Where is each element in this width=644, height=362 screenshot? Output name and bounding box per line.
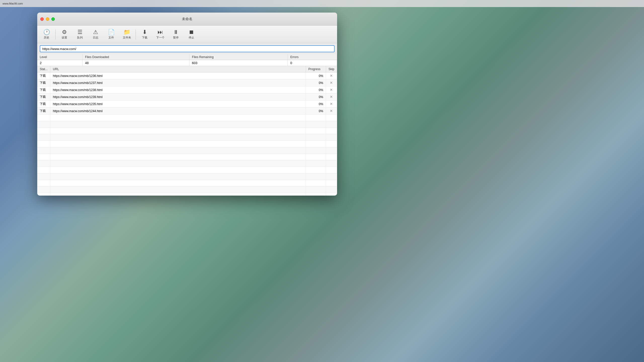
empty-skip — [326, 121, 337, 128]
empty-skip — [326, 134, 337, 141]
row-status: 下载 — [37, 94, 50, 101]
table-row — [37, 187, 337, 193]
history-icon: 🕐 — [43, 29, 50, 35]
stats-col-level: Level — [37, 54, 83, 60]
empty-url — [50, 173, 306, 180]
queue-label: 队列 — [77, 36, 83, 39]
traffic-lights — [40, 17, 55, 21]
queue-button[interactable]: ☰ 队列 — [73, 27, 87, 42]
download-icon: ⬇ — [142, 29, 147, 35]
table-row: 下载 https://www.macw.com/mb/1239.html 0% … — [37, 94, 337, 101]
empty-skip — [326, 173, 337, 180]
empty-url — [50, 167, 306, 173]
empty-status — [37, 167, 50, 173]
stop-button[interactable]: ⏹ 停止 — [184, 27, 199, 42]
settings-icon: ⚙ — [62, 29, 67, 35]
row-status: 下载 — [37, 108, 50, 115]
row-progress: 0% — [306, 72, 326, 79]
row-progress: 0% — [306, 108, 326, 115]
row-status: 下载 — [37, 72, 50, 79]
main-window: 未命名 🕐 历史 ⚙ 设置 ☰ 队列 ⚠ 日志 📄 文件 📁 文件夹 — [37, 13, 337, 196]
row-url: https://www.macw.com/mb/1235.html — [50, 101, 306, 108]
empty-url — [50, 187, 306, 193]
empty-progress — [306, 167, 326, 173]
history-label: 历史 — [44, 36, 49, 39]
skip-button[interactable]: ✕ — [330, 95, 333, 99]
next-label: 下一个 — [156, 36, 165, 39]
empty-progress — [306, 134, 326, 141]
row-status: 下载 — [37, 79, 50, 86]
separator-2 — [136, 29, 136, 39]
stats-col-files-downloaded: Files Downloaded — [83, 54, 189, 60]
menubar-watermark: www.MacW.com — [3, 2, 23, 5]
window-title: 未命名 — [182, 17, 192, 21]
table-row — [37, 121, 337, 128]
skip-button[interactable]: ✕ — [330, 88, 333, 92]
stats-col-files-remaining: Files Remaining — [189, 54, 288, 60]
row-url: https://www.macw.com/mb/1236.html — [50, 72, 306, 79]
next-button[interactable]: ⏭ 下一个 — [153, 27, 168, 42]
table-row — [37, 147, 337, 154]
row-url: https://www.macw.com/mb/1238.html — [50, 86, 306, 94]
folder-icon: 📁 — [124, 29, 130, 35]
empty-skip — [326, 193, 337, 196]
empty-skip — [326, 167, 337, 173]
skip-button[interactable]: ✕ — [330, 81, 333, 85]
maximize-button[interactable] — [51, 17, 55, 21]
close-button[interactable] — [40, 17, 44, 21]
stats-row: 2 48 603 0 — [37, 60, 337, 66]
pause-button[interactable]: ⏸ 暂停 — [169, 27, 183, 42]
table-row — [37, 134, 337, 141]
download-button[interactable]: ⬇ 下载 — [137, 27, 152, 42]
row-skip-cell: ✕ — [326, 94, 337, 101]
empty-url — [50, 121, 306, 128]
log-label: 日志 — [93, 36, 98, 39]
empty-url — [50, 141, 306, 147]
menubar: www.MacW.com — [0, 0, 644, 7]
toolbar: 🕐 历史 ⚙ 设置 ☰ 队列 ⚠ 日志 📄 文件 📁 文件夹 ⬇ 下载 — [37, 26, 337, 43]
log-button[interactable]: ⚠ 日志 — [88, 27, 103, 42]
empty-progress — [306, 160, 326, 167]
file-icon: 📄 — [108, 29, 115, 35]
empty-status — [37, 115, 50, 121]
url-input[interactable] — [40, 45, 335, 52]
folder-label: 文件夹 — [123, 36, 131, 39]
folder-button[interactable]: 📁 文件夹 — [119, 27, 134, 42]
row-skip-cell: ✕ — [326, 101, 337, 108]
table-row — [37, 173, 337, 180]
row-url: https://www.macw.com/mb/1239.html — [50, 94, 306, 101]
row-status: 下载 — [37, 101, 50, 108]
empty-url — [50, 160, 306, 167]
empty-progress — [306, 115, 326, 121]
skip-button[interactable]: ✕ — [330, 102, 333, 106]
stats-table: Level Files Downloaded Files Remaining E… — [37, 54, 337, 66]
table-row — [37, 167, 337, 173]
skip-button[interactable]: ✕ — [330, 109, 333, 113]
row-url: https://www.macw.com/mb/1237.html — [50, 79, 306, 86]
settings-label: 设置 — [62, 36, 67, 39]
table-row: 下载 https://www.macw.com/mb/1238.html 0% … — [37, 86, 337, 94]
col-status: Stat... — [37, 66, 50, 72]
empty-skip — [326, 180, 337, 187]
empty-status — [37, 134, 50, 141]
empty-skip — [326, 141, 337, 147]
empty-progress — [306, 141, 326, 147]
settings-button[interactable]: ⚙ 设置 — [57, 27, 72, 42]
file-button[interactable]: 📄 文件 — [104, 27, 118, 42]
empty-url — [50, 193, 306, 196]
titlebar: 未命名 — [37, 13, 337, 26]
url-bar-wrapper — [37, 43, 337, 54]
empty-skip — [326, 154, 337, 160]
empty-url — [50, 134, 306, 141]
table-row — [37, 154, 337, 160]
skip-button[interactable]: ✕ — [330, 74, 333, 78]
col-url: URL — [50, 66, 306, 72]
row-progress: 0% — [306, 101, 326, 108]
empty-url — [50, 115, 306, 121]
history-button[interactable]: 🕐 历史 — [39, 27, 54, 42]
stats-errors: 0 — [288, 60, 337, 66]
pause-label: 暂停 — [173, 36, 179, 39]
empty-url — [50, 128, 306, 134]
empty-progress — [306, 173, 326, 180]
minimize-button[interactable] — [46, 17, 49, 21]
